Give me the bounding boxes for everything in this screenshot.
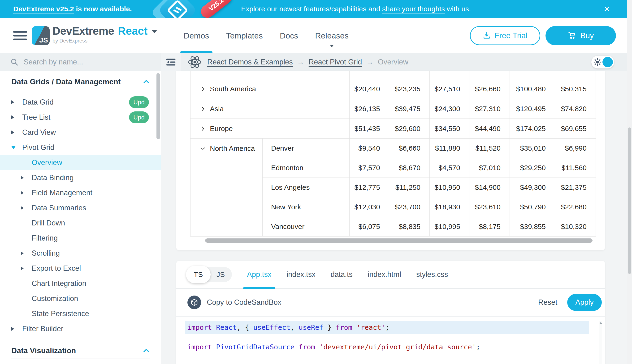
sidebar-item-label: Tree List [22,113,50,122]
devextreme-js-logo[interactable]: JS [32,26,50,45]
sidebar-item-card-view[interactable]: Card View [0,125,161,140]
apply-button[interactable]: Apply [567,294,602,311]
breadcrumb-link-pivot-grid[interactable]: React Pivot Grid [309,58,362,66]
code-editor-scrollbar[interactable] [599,321,602,364]
search-icon [11,58,19,66]
chevron-right-icon [11,130,22,134]
sun-icon [593,58,601,66]
value-cell: $39,855 [510,217,555,236]
value-cell: $6,990 [555,138,596,158]
tab-styles-css[interactable]: styles.css [416,261,448,288]
sidebar-item-data-binding[interactable]: Data Binding [0,170,161,185]
breadcrumb-link-demos[interactable]: React Demos & Examples [207,58,293,66]
value-cell: $12,775 [350,178,389,197]
hamburger-menu-icon[interactable] [13,31,27,40]
sidebar-item-label: Customization [32,294,78,303]
scroll-up-arrow-icon [599,322,602,324]
nav-item-demos[interactable]: Demos [184,18,209,53]
table-row: Asia$26,135$39,475$24,300$27,310$120,495… [190,99,596,119]
tab-data-ts[interactable]: data.ts [331,261,353,288]
divider [11,90,150,90]
value-cell: $29,250 [510,158,555,178]
tab-index-tsx[interactable]: index.tsx [286,261,315,288]
city-cell: New York [263,197,350,217]
sidebar-item-label: Filter Builder [22,324,63,333]
sidebar-item-label: Scrolling [32,249,60,258]
sidebar-item-state-persistence[interactable]: State Persistence [0,306,161,321]
chevron-right-icon [21,266,32,270]
sidebar-item-label: State Persistence [32,310,89,318]
chevron-right-icon [11,116,22,119]
breadcrumb-current: Overview [378,58,408,66]
code-editor[interactable]: import React, { useEffect, useRef } from… [176,316,605,364]
region-cell[interactable]: Asia [190,99,350,119]
sidebar-item-data-summaries[interactable]: Data Summaries [0,200,161,216]
language-option-js[interactable]: JS [209,267,232,282]
sidebar-scrollbar-thumb[interactable] [156,73,160,139]
tab-app-tsx[interactable]: App.tsx [247,261,271,288]
sidebar-section-data-visualization[interactable]: Data Visualization [11,345,149,356]
sidebar-item-pivot-grid[interactable]: Pivot Grid [0,140,161,155]
value-cell: $21,375 [555,178,596,197]
value-cell: $11,520 [469,138,510,158]
nav-item-docs[interactable]: Docs [280,18,298,53]
sidebar-item-drill-down[interactable]: Drill Down [0,216,161,231]
chevron-right-icon [21,191,32,195]
sidebar-item-field-management[interactable]: Field Management [0,185,161,200]
sidebar-item-data-grid[interactable]: Data GridUpd [0,95,161,110]
banner-release-link[interactable]: DevExtreme v25.2 [13,5,74,13]
section-title: Data Grids / Data Management [11,78,121,86]
close-icon[interactable]: ✕ [604,5,610,13]
chevron-down-icon [330,44,334,47]
sidebar-item-export-to-excel[interactable]: Export to Excel [0,261,161,276]
value-cell: $23,700 [389,197,430,217]
expand-chevron-right-icon[interactable] [200,106,206,112]
pivot-table: South America$20,440$23,235$27,510$26,66… [190,71,596,236]
sidebar-section-data-grids[interactable]: Data Grids / Data Management [11,76,149,87]
code-line: import Chart, { [185,360,589,364]
reset-button[interactable]: Reset [538,298,557,307]
sidebar-item-chart-integration[interactable]: Chart Integration [0,276,161,291]
share-thoughts-link[interactable]: share your thoughts [382,5,445,13]
free-trial-button[interactable]: Free Trial [470,26,540,45]
copy-to-codesandbox-label[interactable]: Copy to CodeSandBox [207,298,281,307]
buy-button[interactable]: Buy [545,26,616,45]
expand-chevron-right-icon[interactable] [200,86,206,92]
page-scrollbar-thumb[interactable] [628,128,631,274]
language-option-ts[interactable]: TS [186,266,210,283]
region-cell[interactable]: Europe [190,119,350,138]
sidebar-item-filtering[interactable]: Filtering [0,231,161,246]
codesandbox-icon[interactable] [187,296,201,309]
chevron-right-icon [11,100,22,104]
chevron-right-icon [21,206,32,210]
sidebar-item-tree-list[interactable]: Tree ListUpd [0,110,161,125]
horizontal-scrollbar-thumb[interactable] [205,238,592,243]
sidebar-collapse-strip [161,53,181,71]
collapse-chevron-down-icon[interactable] [200,146,206,151]
brand-block[interactable]: DevExtreme React by DevExpress [53,24,157,44]
sidebar-item-label: Filtering [32,234,58,242]
sidebar-item-customization[interactable]: Customization [0,291,161,306]
chevron-up-icon [143,80,149,84]
collapse-sidebar-icon[interactable] [165,57,176,67]
language-toggle[interactable]: TS JS [187,267,232,282]
tab-index-html[interactable]: index.html [368,261,401,288]
brand-byline: by DevExpress [53,38,157,44]
search-input[interactable] [24,58,137,66]
sidebar-item-scrolling[interactable]: Scrolling [0,246,161,261]
pivot-grid-demo-card: South America$20,440$23,235$27,510$26,66… [176,71,605,250]
nav-item-releases[interactable]: Releases [315,18,349,53]
sidebar-item-filter-builder[interactable]: Filter Builder [0,321,161,336]
value-cell: $49,300 [510,178,555,197]
region-label: South America [210,85,256,93]
code-tabs-row: TS JS App.tsx index.tsx data.ts index.ht… [176,261,605,289]
value-cell: $7,570 [350,158,389,178]
theme-toggle[interactable] [591,56,614,68]
sidebar-item-overview[interactable]: Overview [0,155,161,170]
expand-chevron-right-icon[interactable] [200,126,206,132]
value-cell: $8,175 [469,217,510,236]
region-cell[interactable]: South America [190,79,350,99]
value-cell: $174,025 [510,119,555,138]
region-cell[interactable]: North America [190,138,263,236]
nav-item-templates[interactable]: Templates [226,18,263,53]
